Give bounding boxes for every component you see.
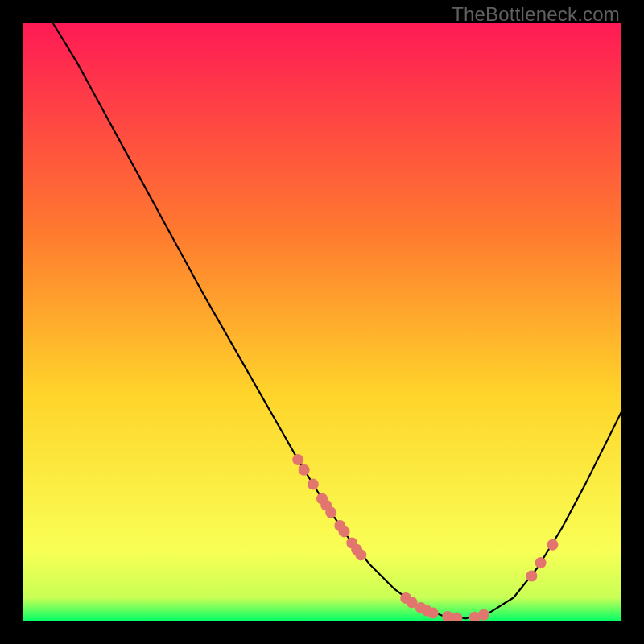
scatter-point xyxy=(427,608,439,619)
chart-svg xyxy=(23,23,621,621)
scatter-point xyxy=(325,507,336,518)
scatter-point xyxy=(339,526,350,537)
scatter-point xyxy=(547,539,558,551)
scatter-point xyxy=(299,464,310,476)
scatter-point xyxy=(308,479,319,490)
chart-stage: TheBottleneck.com xyxy=(0,0,644,644)
scatter-point xyxy=(535,557,547,568)
scatter-point xyxy=(526,570,537,581)
plot-background xyxy=(23,23,621,621)
watermark-label: TheBottleneck.com xyxy=(452,3,620,26)
scatter-point xyxy=(355,549,366,560)
scatter-point xyxy=(292,454,303,465)
scatter-point xyxy=(478,609,489,621)
